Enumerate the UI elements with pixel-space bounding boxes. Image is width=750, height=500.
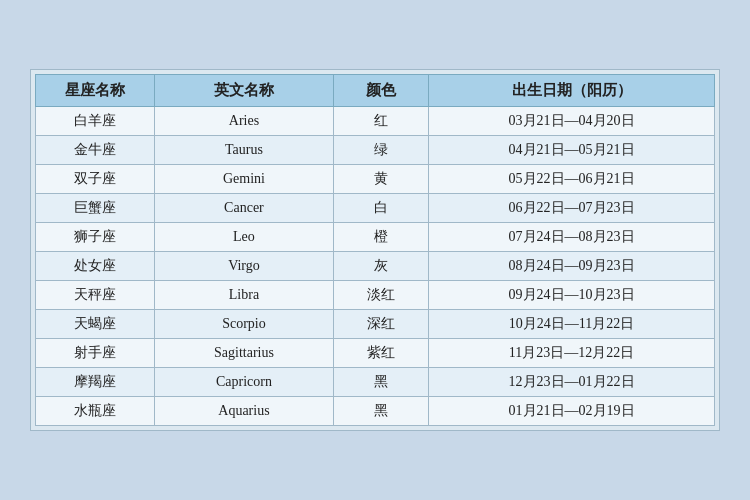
cell-date: 11月23日—12月22日 (429, 339, 715, 368)
zodiac-table-container: 星座名称 英文名称 颜色 出生日期（阳历） 白羊座Aries红03月21日—04… (30, 69, 720, 431)
cell-en: Sagittarius (155, 339, 334, 368)
cell-color: 白 (333, 194, 428, 223)
cell-zh: 摩羯座 (36, 368, 155, 397)
cell-date: 09月24日—10月23日 (429, 281, 715, 310)
table-row: 水瓶座Aquarius黑01月21日—02月19日 (36, 397, 715, 426)
cell-date: 08月24日—09月23日 (429, 252, 715, 281)
cell-date: 05月22日—06月21日 (429, 165, 715, 194)
table-row: 白羊座Aries红03月21日—04月20日 (36, 107, 715, 136)
cell-color: 黑 (333, 397, 428, 426)
cell-color: 深红 (333, 310, 428, 339)
table-row: 金牛座Taurus绿04月21日—05月21日 (36, 136, 715, 165)
table-body: 白羊座Aries红03月21日—04月20日金牛座Taurus绿04月21日—0… (36, 107, 715, 426)
cell-color: 紫红 (333, 339, 428, 368)
cell-en: Virgo (155, 252, 334, 281)
cell-date: 03月21日—04月20日 (429, 107, 715, 136)
cell-zh: 射手座 (36, 339, 155, 368)
cell-en: Taurus (155, 136, 334, 165)
cell-zh: 天蝎座 (36, 310, 155, 339)
zodiac-table: 星座名称 英文名称 颜色 出生日期（阳历） 白羊座Aries红03月21日—04… (35, 74, 715, 426)
cell-date: 12月23日—01月22日 (429, 368, 715, 397)
table-row: 天秤座Libra淡红09月24日—10月23日 (36, 281, 715, 310)
table-row: 巨蟹座Cancer白06月22日—07月23日 (36, 194, 715, 223)
cell-en: Scorpio (155, 310, 334, 339)
table-row: 摩羯座Capricorn黑12月23日—01月22日 (36, 368, 715, 397)
cell-date: 07月24日—08月23日 (429, 223, 715, 252)
cell-zh: 水瓶座 (36, 397, 155, 426)
cell-color: 绿 (333, 136, 428, 165)
table-row: 射手座Sagittarius紫红11月23日—12月22日 (36, 339, 715, 368)
header-color: 颜色 (333, 75, 428, 107)
cell-en: Leo (155, 223, 334, 252)
table-row: 狮子座Leo橙07月24日—08月23日 (36, 223, 715, 252)
cell-zh: 白羊座 (36, 107, 155, 136)
cell-date: 10月24日—11月22日 (429, 310, 715, 339)
cell-color: 黄 (333, 165, 428, 194)
table-row: 处女座Virgo灰08月24日—09月23日 (36, 252, 715, 281)
cell-zh: 巨蟹座 (36, 194, 155, 223)
cell-date: 01月21日—02月19日 (429, 397, 715, 426)
cell-en: Cancer (155, 194, 334, 223)
table-row: 天蝎座Scorpio深红10月24日—11月22日 (36, 310, 715, 339)
cell-color: 灰 (333, 252, 428, 281)
cell-en: Aries (155, 107, 334, 136)
cell-color: 黑 (333, 368, 428, 397)
cell-date: 06月22日—07月23日 (429, 194, 715, 223)
header-date: 出生日期（阳历） (429, 75, 715, 107)
cell-zh: 处女座 (36, 252, 155, 281)
cell-en: Aquarius (155, 397, 334, 426)
cell-color: 红 (333, 107, 428, 136)
cell-color: 橙 (333, 223, 428, 252)
cell-zh: 天秤座 (36, 281, 155, 310)
cell-date: 04月21日—05月21日 (429, 136, 715, 165)
header-zh: 星座名称 (36, 75, 155, 107)
cell-zh: 金牛座 (36, 136, 155, 165)
cell-en: Capricorn (155, 368, 334, 397)
header-en: 英文名称 (155, 75, 334, 107)
cell-zh: 狮子座 (36, 223, 155, 252)
cell-color: 淡红 (333, 281, 428, 310)
cell-en: Libra (155, 281, 334, 310)
table-header-row: 星座名称 英文名称 颜色 出生日期（阳历） (36, 75, 715, 107)
cell-zh: 双子座 (36, 165, 155, 194)
cell-en: Gemini (155, 165, 334, 194)
table-row: 双子座Gemini黄05月22日—06月21日 (36, 165, 715, 194)
